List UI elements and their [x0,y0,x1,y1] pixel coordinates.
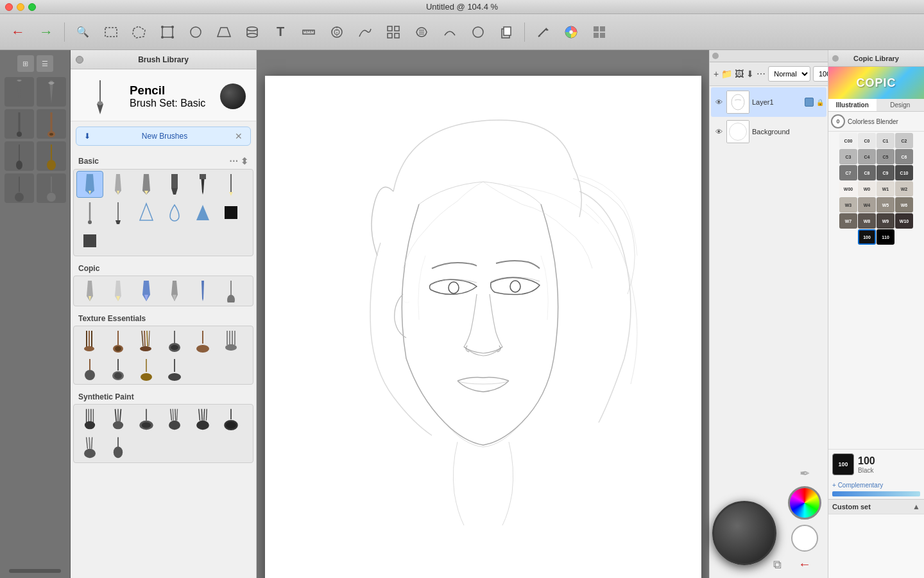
brush-library-close[interactable] [76,56,83,64]
color-wheel-widget[interactable] [788,486,821,520]
color-wheel-tool[interactable] [558,19,584,45]
list-icon[interactable]: ☰ [37,55,53,72]
tex-brush-7[interactable] [76,356,103,383]
forward-button[interactable]: → [33,19,59,45]
brush-thin-pencil[interactable] [218,171,244,198]
left-brush-6[interactable] [37,141,66,171]
copic-brush-1[interactable] [76,277,103,304]
copy-tool[interactable] [493,19,519,45]
syn-brush-2[interactable] [105,406,132,433]
zoom-tool[interactable]: 🔍 [70,19,96,45]
pen-nib-widget[interactable]: ✒ [800,466,810,481]
grid-layout-tool[interactable] [586,19,612,45]
swatch-C4[interactable]: C4 [858,149,876,164]
swatch-C5[interactable]: C5 [877,149,894,164]
grid-tool[interactable] [381,19,406,45]
brush-droplet[interactable] [161,199,188,226]
swatch-100[interactable]: 100 [858,229,876,245]
folder-btn[interactable]: 📁 [721,65,732,83]
swatch-W3[interactable]: W3 [839,197,857,213]
transform-tool[interactable] [155,19,180,45]
lasso-tool[interactable] [183,19,209,45]
swatch-C3[interactable]: C3 [839,149,857,164]
swatch-C1[interactable]: C1 [877,133,894,148]
layer1-lock[interactable]: 🔒 [816,99,824,106]
tex-brush-2[interactable] [105,328,132,355]
tex-brush-9[interactable] [133,356,160,383]
pencil-draw-tool[interactable] [530,19,556,45]
syn-brush-7[interactable] [76,434,103,461]
swatch-W4[interactable]: W4 [858,197,876,213]
syn-brush-4[interactable] [161,406,188,433]
syn-brush-6[interactable] [218,406,244,433]
dark-jog-wheel[interactable] [712,501,776,565]
brush-pencil-blue[interactable] [76,171,103,198]
layer-item-layer1[interactable]: 👁 Layer1 🔒 [711,87,826,117]
left-brush-7[interactable] [4,173,34,203]
swatch-C7[interactable]: C7 [839,165,857,180]
syn-brush-1[interactable] [76,406,103,433]
design-tab[interactable]: Design [877,99,925,111]
brush-triangle[interactable] [133,199,160,226]
adjust-icon[interactable]: ⊞ [17,55,34,72]
complementary-label[interactable]: Complementary [828,479,924,491]
image-btn[interactable]: 🖼 [735,65,744,83]
ruler-tool[interactable] [296,19,321,45]
swatch-W2[interactable]: W2 [895,181,913,197]
perspective-tool[interactable] [211,19,237,45]
copic-brush-5[interactable] [189,277,216,304]
syn-brush-8[interactable] [105,434,132,461]
swatch-C8[interactable]: C8 [858,165,876,180]
copic-close-btn[interactable] [832,55,839,62]
left-brush-8[interactable] [37,173,66,203]
stack-widget[interactable]: ⧉ [773,558,782,572]
window-controls[interactable] [5,3,36,11]
left-brush-2[interactable] [37,77,66,107]
syn-brush-3[interactable] [133,406,160,433]
swatch-W00[interactable]: W00 [839,181,857,197]
brush-pen-thin[interactable] [105,171,132,198]
left-brush-1[interactable] [4,77,34,107]
cylinder-tool[interactable] [239,19,265,45]
new-brushes-bar[interactable]: ⬇ New Brushes ✕ [76,127,251,146]
brush-calligraphy[interactable] [105,199,132,226]
minimize-button[interactable] [17,3,24,11]
tex-brush-4[interactable] [161,328,188,355]
illustration-tab[interactable]: Illustration [828,99,877,111]
brush-marker[interactable] [161,171,188,198]
swatch-110[interactable]: 110 [877,229,894,245]
left-brush-3[interactable] [4,109,34,139]
swatch-W10[interactable]: W10 [895,213,913,229]
background-visibility[interactable]: 👁 [714,127,724,137]
copic-brush-3[interactable] [133,277,160,304]
layer1-visibility[interactable]: 👁 [714,97,724,107]
circle-tool[interactable] [465,19,491,45]
tex-brush-3[interactable] [133,328,160,355]
canvas[interactable] [265,76,701,578]
colorless-blender-row[interactable]: 0 Colorless Blender [828,112,924,132]
swatch-C2[interactable]: C2 [895,133,913,148]
copic-brush-6[interactable] [218,277,244,304]
brush-square-black[interactable] [218,199,244,226]
back-button[interactable]: ← [5,19,31,45]
brush-pen-medium[interactable] [133,171,160,198]
white-circle-widget[interactable] [791,525,818,552]
syn-brush-5[interactable] [189,406,216,433]
text-tool[interactable]: T [268,19,293,45]
swatch-W7[interactable]: W7 [839,213,857,229]
tex-brush-10[interactable] [161,356,188,383]
arrow-widget[interactable]: ← [798,557,811,572]
left-scrollbar[interactable] [9,569,61,573]
select-rect-tool[interactable] [98,19,124,45]
tex-brush-8[interactable] [105,356,132,383]
symmetry-tool[interactable] [324,19,350,45]
copic-brush-2[interactable] [105,277,132,304]
sort-icon[interactable]: ⬍ [241,156,248,166]
add-layer-btn[interactable]: + [714,65,719,83]
swatch-W1[interactable]: W1 [877,181,894,197]
colorless-zero[interactable]: 0 [831,114,845,128]
swatch-W8[interactable]: W8 [858,213,876,229]
swatch-W6[interactable]: W6 [895,197,913,213]
swatch-W9[interactable]: W9 [877,213,894,229]
close-button[interactable] [5,3,13,11]
